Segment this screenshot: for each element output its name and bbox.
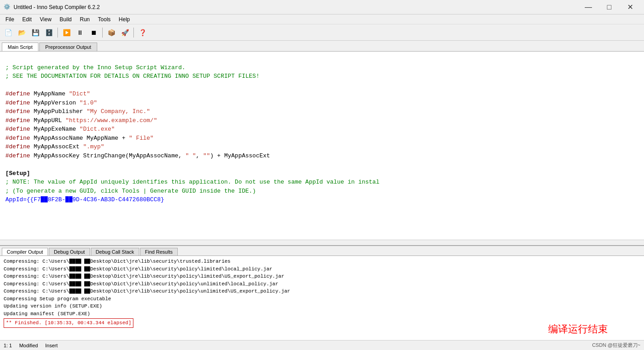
output-line: Compressing: C:\Users\████ ██Desktop\Dic… xyxy=(4,258,640,265)
run-button[interactable]: 🚀 xyxy=(118,26,131,39)
status-watermark: CSDN @狂徒爱磨刀~ xyxy=(592,342,640,349)
compile-run-button[interactable]: ▶️ xyxy=(60,26,73,39)
title-text: Untitled - Inno Setup Compiler 6.2.2 xyxy=(14,4,100,10)
build-button[interactable]: 📦 xyxy=(105,26,118,39)
title-controls: — □ ✕ xyxy=(578,0,640,14)
editor-tab-1[interactable]: Preprocessor Output xyxy=(39,43,97,51)
stop-button[interactable]: ⏹ xyxy=(87,26,100,39)
chinese-label: 编译运行结束 xyxy=(548,322,608,336)
output-line: Compressing: C:\Users\████ ██Desktop\Dic… xyxy=(4,280,640,288)
open-button[interactable]: 📂 xyxy=(15,26,28,39)
status-bar: 1: 1 Modified Insert CSDN @狂徒爱磨刀~ xyxy=(0,340,644,350)
title-left: ⚙️ Untitled - Inno Setup Compiler 6.2.2 xyxy=(4,4,100,11)
title-bar: ⚙️ Untitled - Inno Setup Compiler 6.2.2 … xyxy=(0,0,644,14)
minimize-button[interactable]: — xyxy=(578,0,599,14)
status-line-col: 1: 1 xyxy=(4,343,12,348)
output-tab-1[interactable]: Debug Output xyxy=(49,248,90,255)
menu-item-file[interactable]: File xyxy=(2,15,18,24)
editor-tab-0[interactable]: Main Script xyxy=(2,43,38,51)
menu-item-tools[interactable]: Tools xyxy=(95,15,114,24)
status-insert: Insert xyxy=(45,343,58,348)
menu-item-view[interactable]: View xyxy=(36,15,55,24)
menu-item-help[interactable]: Help xyxy=(115,15,134,24)
output-tab-0[interactable]: Compiler Output xyxy=(2,248,48,255)
toolbar: 📄 📂 💾 🗄️ ▶️ ⏸ ⏹ 📦 🚀 ❓ xyxy=(0,24,644,41)
output-line: Compressing: C:\Users\████ ██Desktop\Dic… xyxy=(4,273,640,280)
output-line: Updating manifest (SETUP.EXE) xyxy=(4,310,640,318)
editor-scroll[interactable]: ; Script generated by the Inno Setup Scr… xyxy=(0,52,644,240)
help-button[interactable]: ❓ xyxy=(136,26,149,39)
output-tab-2[interactable]: Debug Call Stack xyxy=(91,248,139,255)
toolbar-sep-2 xyxy=(102,28,103,38)
menu-item-build[interactable]: Build xyxy=(56,15,76,24)
output-content[interactable]: Compressing: C:\Users\████ ██Desktop\Dic… xyxy=(0,256,644,340)
output-line: Compressing Setup program executable xyxy=(4,295,640,303)
save-as-button[interactable]: 🗄️ xyxy=(43,26,55,39)
output-line: Updating version info (SETUP.EXE) xyxy=(4,303,640,310)
menu-item-run[interactable]: Run xyxy=(76,15,94,24)
toolbar-sep-3 xyxy=(133,28,134,38)
output-tab-bar: Compiler OutputDebug OutputDebug Call St… xyxy=(0,246,644,256)
toolbar-sep-1 xyxy=(57,28,58,38)
editor-hscrollbar[interactable] xyxy=(0,240,644,245)
app-icon: ⚙️ xyxy=(4,4,11,11)
finished-line: ** Finished. [10:35:33, 00:43.344 elapse… xyxy=(4,317,640,328)
close-button[interactable]: ✕ xyxy=(620,0,640,14)
output-line: Compressing: C:\Users\████ ██Desktop\Dic… xyxy=(4,288,640,295)
output-line: Compressing: C:\Users\████ ██Desktop\Dic… xyxy=(4,265,640,273)
editor-pane: ; Script generated by the Inno Setup Scr… xyxy=(0,52,644,245)
new-button[interactable]: 📄 xyxy=(2,26,14,39)
save-button[interactable]: 💾 xyxy=(29,26,42,39)
editor-content[interactable]: ; Script generated by the Inno Setup Scr… xyxy=(0,52,644,240)
menu-bar: FileEditViewBuildRunToolsHelp xyxy=(0,14,644,24)
output-panel: Compiler OutputDebug OutputDebug Call St… xyxy=(0,245,644,340)
menu-item-edit[interactable]: Edit xyxy=(19,15,35,24)
editor-container: ; Script generated by the Inno Setup Scr… xyxy=(0,52,644,340)
editor-tab-bar: Main ScriptPreprocessor Output xyxy=(0,41,644,52)
pause-button[interactable]: ⏸ xyxy=(74,26,86,39)
status-modified: Modified xyxy=(19,343,38,348)
status-left: 1: 1 Modified Insert xyxy=(4,343,57,348)
output-tab-3[interactable]: Find Results xyxy=(140,248,178,255)
maximize-button[interactable]: □ xyxy=(599,0,620,14)
